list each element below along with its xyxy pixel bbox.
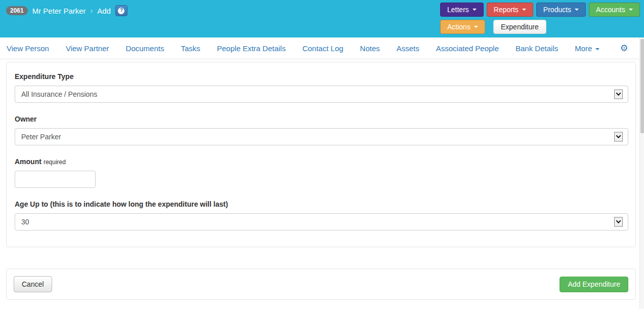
products-menu-button[interactable]: Products	[536, 3, 586, 17]
expenditure-form-panel: Expenditure Type All Insurance / Pension…	[6, 62, 636, 247]
secondary-nav: View Person View Partner Documents Tasks…	[0, 37, 644, 59]
letters-menu-button[interactable]: Letters	[440, 3, 484, 17]
chevron-down-icon	[616, 133, 621, 138]
age-up-to-value: 30	[21, 218, 29, 226]
expenditure-type-group: Expenditure Type All Insurance / Pension…	[15, 72, 628, 103]
products-menu-label: Products	[543, 6, 571, 14]
nav-more-label: More	[575, 44, 592, 53]
accounts-menu-label: Accounts	[596, 6, 625, 14]
amount-label-text: Amount	[15, 158, 41, 166]
add-expenditure-button[interactable]: Add Expenditure	[560, 277, 628, 292]
select-arrow-button[interactable]	[614, 132, 623, 142]
question-circle-icon: ?	[118, 8, 124, 14]
breadcrumb: 2061 Mr Peter Parker › Add ?	[6, 5, 127, 16]
nav-notes[interactable]: Notes	[360, 44, 380, 53]
amount-input[interactable]	[15, 171, 96, 188]
actions-menu-label: Actions	[447, 23, 470, 31]
nav-associated-people[interactable]: Associated People	[436, 44, 499, 53]
tab-expenditure-label: Expenditure	[501, 23, 539, 31]
header-menus: Letters Reports Products Accounts	[440, 3, 640, 17]
cancel-button[interactable]: Cancel	[14, 276, 52, 292]
actions-menu-button[interactable]: Actions	[440, 20, 485, 34]
breadcrumb-action: Add	[97, 7, 111, 15]
page: 2061 Mr Peter Parker › Add ? Letters Rep…	[0, 0, 644, 309]
header-row2: Actions Expenditure	[440, 20, 642, 34]
nav-assets[interactable]: Assets	[397, 44, 419, 53]
reports-menu-button[interactable]: Reports	[487, 3, 533, 17]
amount-label: Amountrequired	[15, 158, 628, 166]
tab-expenditure[interactable]: Expenditure	[493, 20, 546, 34]
age-up-to-select[interactable]: 30	[15, 213, 628, 230]
nav-documents[interactable]: Documents	[126, 44, 164, 53]
letters-menu-label: Letters	[447, 6, 469, 14]
expenditure-type-value: All Insurance / Pensions	[21, 90, 97, 98]
gear-icon[interactable]: ⚙	[620, 44, 628, 53]
caret-down-icon	[595, 48, 599, 50]
amount-group: Amountrequired	[15, 158, 628, 188]
record-id-badge: 2061	[6, 6, 28, 15]
select-arrow-button[interactable]	[614, 90, 623, 99]
nav-view-partner[interactable]: View Partner	[66, 44, 109, 53]
caret-down-icon	[473, 9, 477, 11]
owner-select[interactable]: Peter Parker	[15, 128, 628, 145]
age-up-to-group: Age Up to (this is to indicate how long …	[15, 200, 628, 230]
nav-view-person[interactable]: View Person	[7, 44, 49, 53]
nav-more-dropdown[interactable]: More	[575, 44, 599, 53]
chevron-down-icon	[616, 218, 621, 223]
breadcrumb-separator: ›	[91, 7, 93, 15]
person-name: Mr Peter Parker	[32, 7, 86, 15]
vertical-scrollbar-thumb[interactable]	[640, 39, 644, 133]
owner-group: Owner Peter Parker	[15, 115, 628, 145]
caret-down-icon	[575, 9, 579, 11]
header-bar: 2061 Mr Peter Parker › Add ? Letters Rep…	[0, 0, 644, 37]
expenditure-type-select[interactable]: All Insurance / Pensions	[15, 86, 628, 103]
owner-value: Peter Parker	[21, 133, 61, 141]
amount-required-hint: required	[44, 159, 66, 166]
chevron-down-icon	[616, 91, 621, 96]
caret-down-icon	[474, 26, 478, 28]
owner-label: Owner	[15, 115, 628, 123]
help-button[interactable]: ?	[115, 5, 127, 16]
caret-down-icon	[629, 9, 633, 11]
caret-down-icon	[522, 9, 526, 11]
reports-menu-label: Reports	[494, 6, 519, 14]
vertical-scrollbar-track[interactable]	[639, 37, 644, 309]
form-actions-panel: Cancel Add Expenditure	[6, 268, 636, 300]
expenditure-type-label: Expenditure Type	[15, 72, 628, 81]
nav-people-extra-details[interactable]: People Extra Details	[217, 44, 286, 53]
nav-tasks[interactable]: Tasks	[181, 44, 200, 53]
age-up-to-label: Age Up to (this is to indicate how long …	[15, 200, 628, 208]
select-arrow-button[interactable]	[614, 217, 623, 227]
nav-contact-log[interactable]: Contact Log	[303, 44, 344, 53]
accounts-menu-button[interactable]: Accounts	[589, 3, 640, 17]
nav-bank-details[interactable]: Bank Details	[516, 44, 558, 53]
